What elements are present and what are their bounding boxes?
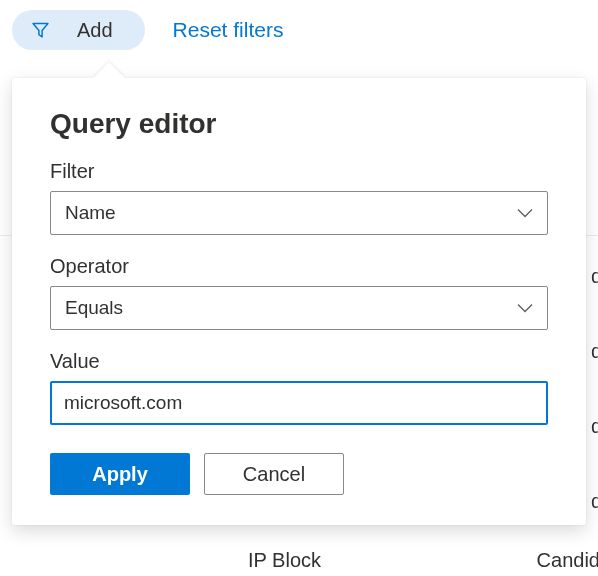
- operator-select-value: Equals: [65, 297, 123, 319]
- chevron-down-icon: [517, 208, 533, 218]
- cancel-button[interactable]: Cancel: [204, 453, 344, 495]
- bg-candid-text: Candid: [537, 549, 598, 572]
- apply-button[interactable]: Apply: [50, 453, 190, 495]
- bg-partial-text: d: [591, 265, 598, 288]
- add-filter-button[interactable]: Add: [12, 10, 145, 50]
- reset-filters-button[interactable]: Reset filters: [173, 18, 284, 42]
- filter-select-value: Name: [65, 202, 116, 224]
- bg-ip-block-text: IP Block: [248, 549, 321, 572]
- add-filter-label: Add: [77, 19, 113, 42]
- filter-select[interactable]: Name: [50, 191, 548, 235]
- callout-beak: [93, 62, 124, 93]
- bg-partial-text: d: [591, 490, 598, 513]
- bg-partial-text: d: [591, 415, 598, 438]
- query-editor-panel: Query editor Filter Name Operator Equals…: [12, 78, 586, 525]
- bg-partial-text: d: [591, 340, 598, 363]
- operator-select[interactable]: Equals: [50, 286, 548, 330]
- panel-title: Query editor: [50, 108, 548, 140]
- filter-icon: [32, 22, 49, 39]
- value-field-label: Value: [50, 350, 548, 373]
- value-input[interactable]: [50, 381, 548, 425]
- chevron-down-icon: [517, 303, 533, 313]
- operator-field-label: Operator: [50, 255, 548, 278]
- filter-field-label: Filter: [50, 160, 548, 183]
